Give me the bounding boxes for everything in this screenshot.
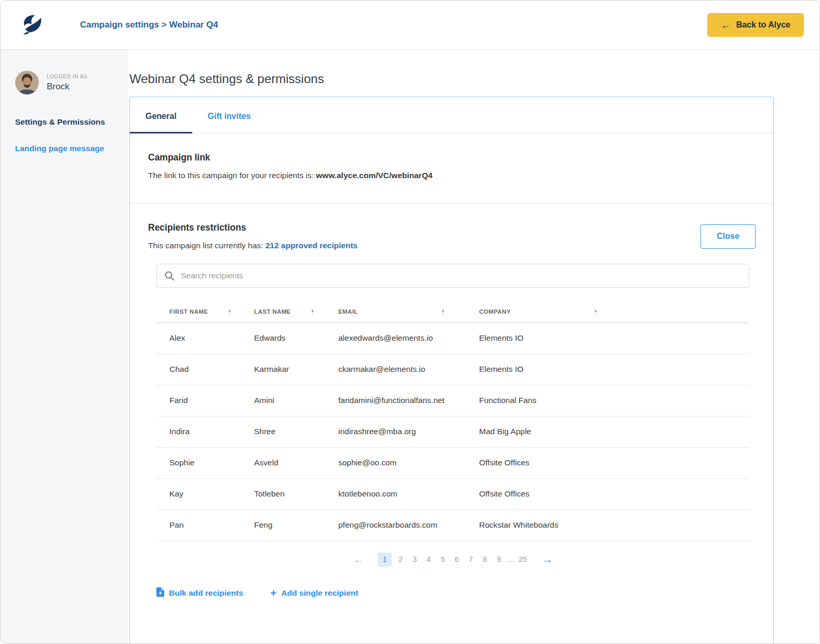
cell-email: alexedwards@elements.io: [325, 323, 466, 354]
cell-company: Offsite Offices: [466, 447, 749, 478]
cell-first-name: Chad: [156, 354, 241, 385]
table-row[interactable]: Sophie Asveld sophie@oo.com Offsite Offi…: [156, 447, 749, 478]
bulk-add-file-icon: [156, 587, 164, 599]
page-button-9[interactable]: 9: [494, 553, 504, 567]
sidebar-nav: Settings & Permissions Landing page mess…: [15, 117, 121, 153]
tab-gift-invites[interactable]: Gift invites: [192, 97, 267, 133]
page-button-5[interactable]: 5: [438, 553, 448, 567]
page-button-4[interactable]: 4: [424, 553, 434, 567]
close-button[interactable]: Close: [700, 224, 756, 249]
sort-desc-icon: ▼: [594, 312, 598, 315]
cell-company: Mad Big Apple: [466, 416, 749, 447]
cell-company: Rockstar Whiteboards: [466, 509, 749, 541]
user-photo: [15, 71, 39, 95]
cell-last-name: Amini: [241, 385, 325, 416]
table-header-row: FIRST NAME▲▼ LAST NAME▲▼ EMAIL▲▼ COMPANY…: [156, 301, 749, 323]
bird-logo-icon: [20, 14, 45, 36]
cell-last-name: Totleben: [241, 478, 325, 509]
sort-desc-icon: ▼: [441, 312, 445, 315]
table-row[interactable]: Farid Amini faridamini@functionalfans.ne…: [156, 385, 749, 416]
page-button-3[interactable]: 3: [409, 553, 420, 567]
table-row[interactable]: Indira Shree indirashree@mba.org Mad Big…: [156, 416, 749, 447]
cell-email: pfeng@rockstarboards.com: [325, 509, 466, 541]
recipients-list: FIRST NAME▲▼ LAST NAME▲▼ EMAIL▲▼ COMPANY…: [156, 264, 749, 622]
topbar: Campaign settings > Webinar Q4 ← Back to…: [1, 1, 819, 50]
logged-in-as-label: LOGGED IN AS: [47, 74, 87, 79]
campaign-link-url: www.alyce.com/VC/webinarQ4: [316, 171, 432, 180]
recipients-section: Recipients restrictions This campaign li…: [130, 204, 773, 643]
page-button-1[interactable]: 1: [378, 553, 392, 567]
page-button-7[interactable]: 7: [466, 553, 476, 567]
search-recipients-input[interactable]: [156, 264, 749, 288]
breadcrumb: Campaign settings > Webinar Q4: [80, 20, 218, 30]
sort-icon[interactable]: ▲▼: [441, 309, 445, 315]
bulk-add-label: Bulk add recipients: [169, 588, 243, 598]
search-box: [156, 264, 749, 288]
cell-first-name: Alex: [156, 323, 241, 354]
cell-email: sophie@oo.com: [325, 447, 466, 478]
column-header-company[interactable]: COMPANY▲▼: [466, 301, 749, 323]
bulk-add-recipients-button[interactable]: Bulk add recipients: [156, 587, 243, 599]
cell-first-name: Pan: [156, 509, 241, 541]
cell-last-name: Feng: [241, 509, 325, 541]
cell-last-name: Asveld: [241, 447, 325, 478]
campaign-link-prefix: The link to this campaign for your recip…: [148, 171, 316, 180]
sort-icon[interactable]: ▲▼: [594, 309, 598, 315]
cell-email: ckarmakar@elements.io: [325, 354, 466, 385]
page-title: Webinar Q4 settings & permissions: [129, 72, 774, 86]
recipients-heading: Recipients restrictions: [148, 222, 358, 233]
settings-card: General Gift invites Campaign link The l…: [129, 97, 774, 643]
cell-last-name: Edwards: [241, 323, 325, 354]
sort-desc-icon: ▼: [228, 312, 231, 315]
cell-email: faridamini@functionalfans.net: [325, 385, 466, 416]
recipients-count-prefix: This campaign list currently has:: [148, 241, 266, 250]
sort-icon[interactable]: ▲▼: [228, 309, 231, 315]
column-label: COMPANY: [479, 308, 511, 315]
page-button-8[interactable]: 8: [480, 553, 490, 567]
cell-first-name: Indira: [156, 416, 241, 447]
column-header-last-name[interactable]: LAST NAME▲▼: [241, 301, 325, 323]
column-label: EMAIL: [338, 308, 358, 315]
main-area: Webinar Q4 settings & permissions Genera…: [128, 50, 819, 643]
page-button-2[interactable]: 2: [395, 553, 406, 567]
pagination-prev-icon[interactable]: ←: [353, 554, 364, 565]
add-single-label: Add single recipient: [281, 588, 358, 598]
pagination: ← 1 2 3 4 5 6 7 8 9 ... 25 →: [156, 553, 749, 567]
logged-in-user: LOGGED IN AS Brock: [15, 71, 121, 95]
user-name: Brock: [47, 82, 87, 92]
app-window: Campaign settings > Webinar Q4 ← Back to…: [0, 0, 820, 644]
pagination-ellipsis: ...: [508, 555, 514, 564]
column-header-email[interactable]: EMAIL▲▼: [325, 301, 466, 323]
cell-email: ktotlebenoo.com: [325, 478, 466, 509]
recipients-count-line: This campaign list currently has: 212 ap…: [148, 241, 358, 250]
column-header-first-name[interactable]: FIRST NAME▲▼: [156, 301, 241, 323]
tab-general[interactable]: General: [130, 97, 192, 133]
tabs: General Gift invites: [130, 97, 773, 133]
column-label: LAST NAME: [254, 308, 291, 315]
page-button-6[interactable]: 6: [452, 553, 462, 567]
sidebar-item-settings-permissions[interactable]: Settings & Permissions: [15, 117, 121, 127]
pagination-next-icon[interactable]: →: [542, 554, 552, 565]
back-to-alyce-button[interactable]: ← Back to Alyce: [707, 13, 804, 37]
sidebar: LOGGED IN AS Brock Settings & Permission…: [1, 50, 128, 643]
recipient-actions: Bulk add recipients + Add single recipie…: [156, 587, 749, 622]
page-button-25[interactable]: 25: [518, 553, 528, 567]
cell-last-name: Shree: [241, 416, 325, 447]
recipients-table: FIRST NAME▲▼ LAST NAME▲▼ EMAIL▲▼ COMPANY…: [156, 301, 749, 541]
cell-company: Elements IO: [466, 323, 749, 354]
user-meta: LOGGED IN AS Brock: [47, 74, 87, 92]
cell-first-name: Kay: [156, 478, 241, 509]
sort-icon[interactable]: ▲▼: [311, 309, 314, 315]
sidebar-item-landing-page-message[interactable]: Landing page message: [15, 144, 121, 153]
table-row[interactable]: Alex Edwards alexedwards@elements.io Ele…: [156, 323, 749, 354]
table-row[interactable]: Chad Karmakar ckarmakar@elements.io Elem…: [156, 354, 749, 385]
cell-company: Elements IO: [466, 354, 749, 385]
add-single-recipient-button[interactable]: + Add single recipient: [270, 587, 358, 599]
table-row[interactable]: Kay Totleben ktotlebenoo.com Offsite Off…: [156, 478, 749, 509]
alyce-logo[interactable]: [20, 14, 47, 36]
table-row[interactable]: Pan Feng pfeng@rockstarboards.com Rockst…: [156, 509, 749, 541]
recipients-header-text: Recipients restrictions This campaign li…: [148, 222, 358, 250]
approved-recipients-count[interactable]: 212 approved recipients: [266, 241, 358, 250]
content: LOGGED IN AS Brock Settings & Permission…: [1, 50, 819, 643]
plus-icon: +: [270, 587, 276, 598]
